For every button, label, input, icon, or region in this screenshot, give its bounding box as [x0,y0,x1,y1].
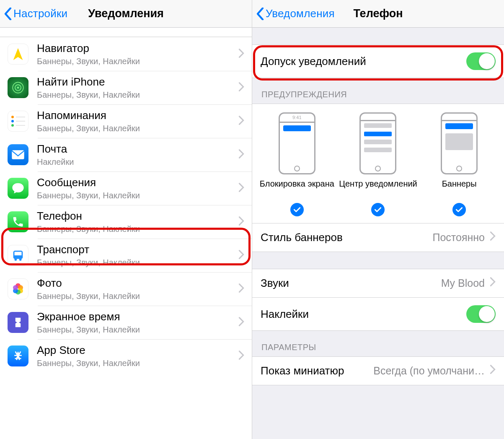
svg-rect-4 [12,150,24,159]
back-label-right: Уведомления [266,7,335,20]
banner-style-value: Постоянно [433,231,485,244]
alert-style-notification-center[interactable]: Центр уведомлений [338,112,419,216]
app-title: Транспорт [37,243,238,256]
transit-icon [8,245,28,266]
svg-point-3 [17,87,19,88]
app-title: Навигатор [37,42,238,55]
messages-icon [8,178,28,199]
section-spacer [252,252,504,269]
chevron-right-icon [238,216,244,228]
sounds-label: Звуки [261,277,289,290]
app-title: Напоминания [37,109,238,122]
params-header: ПАРАМЕТРЫ [252,331,504,356]
allow-notifications-label: Допуск уведомлений [261,55,366,68]
mock-time: 9:41 [280,114,314,123]
preview-value: Всегда (по умолчани… [373,365,485,377]
app-subtitle: Баннеры, Звуки, Наклейки [37,358,238,368]
find-iphone-icon [8,77,28,98]
banner-style-label: Стиль баннеров [261,231,343,244]
app-list: Навигатор Баннеры, Звуки, Наклейки Найти… [0,37,252,373]
svg-point-8 [19,258,22,261]
chevron-right-icon [238,317,244,328]
alert-style-lockscreen[interactable]: 9:41 Блокировка экрана [257,112,337,216]
chevron-right-icon [238,249,244,261]
app-subtitle: Баннеры, Звуки, Наклейки [37,291,238,301]
allow-notifications-toggle[interactable] [466,52,496,70]
checkmark-icon[interactable] [452,203,466,216]
chevron-right-icon [238,149,244,161]
navbar-right: Уведомления Телефон [252,0,504,28]
app-title: Почта [37,143,238,156]
app-subtitle: Баннеры, Звуки, Наклейки [37,325,238,335]
app-row-navigator[interactable]: Навигатор Баннеры, Звуки, Наклейки [0,37,252,71]
chevron-right-icon [238,48,244,60]
app-row-phone[interactable]: Телефон Баннеры, Звуки, Наклейки [0,205,252,239]
app-subtitle: Баннеры, Звуки, Наклейки [37,90,238,100]
app-subtitle: Баннеры, Звуки, Наклейки [37,224,238,234]
back-button-right[interactable]: Уведомления [256,7,335,20]
chevron-right-icon [490,231,496,244]
chevron-right-icon [238,182,244,194]
app-title: App Store [37,344,238,357]
notifications-list-screen: Настройки Уведомления Навигатор Баннеры,… [0,0,252,439]
navbar-left: Настройки Уведомления [0,0,252,28]
preview-cell[interactable]: Показ миниатюр Всегда (по умолчани… [252,356,504,385]
notification-center-mock-icon [359,112,396,174]
mail-icon [8,144,28,165]
chevron-right-icon [238,350,244,362]
reminders-icon [8,111,28,132]
app-row-appstore[interactable]: App Store Баннеры, Звуки, Наклейки [0,339,252,373]
app-title: Сообщения [37,176,238,189]
photos-icon [8,278,28,299]
chevron-right-icon [238,82,244,94]
alert-style-banners[interactable]: Баннеры [419,112,499,216]
app-row-screentime[interactable]: Экранное время Баннеры, Звуки, Наклейки [0,306,252,339]
banner-style-cell[interactable]: Стиль баннеров Постоянно [252,223,504,252]
chevron-left-icon [256,8,264,20]
alert-style-label: Баннеры [442,179,477,200]
app-row-transit[interactable]: Транспорт Баннеры, Звуки, Наклейки [0,239,252,272]
back-label-left: Настройки [13,7,67,20]
chevron-right-icon [238,115,244,127]
badges-cell[interactable]: Наклейки [252,298,504,331]
badges-toggle[interactable] [466,305,496,323]
svg-point-14 [13,285,18,290]
appstore-icon [8,345,28,366]
app-title: Телефон [37,210,238,223]
svg-marker-0 [13,48,23,60]
app-title: Экранное время [37,310,238,323]
top-spacer [252,28,504,44]
sounds-value: My Blood [441,277,485,289]
app-row-reminders[interactable]: Напоминания Баннеры, Звуки, Наклейки [0,104,252,138]
chevron-left-icon [4,8,12,20]
phone-notification-settings-screen: Уведомления Телефон Допуск уведомлений П… [252,0,504,439]
app-subtitle: Баннеры, Звуки, Наклейки [37,191,238,200]
checkmark-icon[interactable] [290,203,304,216]
alert-style-label: Центр уведомлений [339,179,417,200]
badges-label: Наклейки [261,308,309,321]
list-top-divider [0,28,252,37]
app-row-find-iphone[interactable]: Найти iPhone Баннеры, Звуки, Наклейки [0,71,252,104]
app-row-messages[interactable]: Сообщения Баннеры, Звуки, Наклейки [0,171,252,205]
sounds-cell[interactable]: Звуки My Blood [252,269,504,298]
navigator-icon [8,44,28,65]
chevron-right-icon [490,277,496,290]
svg-rect-6 [15,252,22,256]
alert-style-label: Блокировка экрана [260,179,334,200]
app-subtitle: Наклейки [37,157,238,167]
chevron-right-icon [490,364,496,377]
checkmark-icon[interactable] [371,203,385,216]
banners-mock-icon [441,112,478,174]
alerts-header: ПРЕДУПРЕЖДЕНИЯ [252,78,504,104]
app-subtitle: Баннеры, Звуки, Наклейки [37,258,238,268]
app-subtitle: Баннеры, Звуки, Наклейки [37,57,238,66]
back-button-left[interactable]: Настройки [4,7,67,20]
allow-notifications-cell[interactable]: Допуск уведомлений [252,44,504,78]
alert-styles-section: 9:41 Блокировка экрана Центр уведомлений [252,104,504,223]
phone-icon [8,211,28,232]
app-subtitle: Баннеры, Звуки, Наклейки [37,124,238,133]
app-row-photos[interactable]: Фото Баннеры, Звуки, Наклейки [0,272,252,306]
chevron-right-icon [238,283,244,295]
app-row-mail[interactable]: Почта Наклейки [0,138,252,171]
preview-label: Показ миниатюр [261,364,344,377]
